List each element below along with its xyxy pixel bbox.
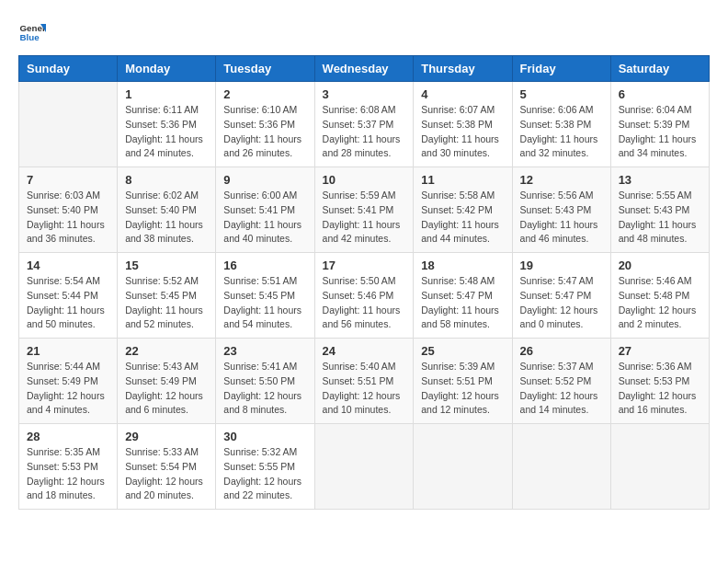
day-number: 9 [223,173,306,187]
day-detail: Sunrise: 5:55 AMSunset: 5:43 PMDaylight:… [619,189,701,247]
day-number: 22 [125,344,208,358]
weekday-header-row: SundayMondayTuesdayWednesdayThursdayFrid… [19,56,710,82]
day-detail: Sunrise: 5:52 AMSunset: 5:45 PMDaylight:… [125,274,208,332]
week-row-2: 7 Sunrise: 6:03 AMSunset: 5:40 PMDayligh… [19,167,710,253]
day-number: 7 [27,173,109,187]
day-number: 13 [619,173,701,187]
day-detail: Sunrise: 5:32 AMSunset: 5:55 PMDaylight:… [223,445,306,503]
day-number: 1 [125,87,208,101]
day-number: 26 [520,344,603,358]
day-number: 16 [223,259,306,272]
day-detail: Sunrise: 5:43 AMSunset: 5:49 PMDaylight:… [125,360,208,418]
day-detail: Sunrise: 6:10 AMSunset: 5:36 PMDaylight:… [223,103,306,161]
day-number: 2 [223,87,306,101]
day-number: 20 [619,259,701,272]
calendar-cell: 21 Sunrise: 5:44 AMSunset: 5:49 PMDaylig… [19,339,118,424]
day-number: 28 [27,430,109,443]
calendar-cell: 3 Sunrise: 6:08 AMSunset: 5:37 PMDayligh… [314,82,414,167]
calendar-cell [314,424,414,510]
calendar-cell: 23 Sunrise: 5:41 AMSunset: 5:50 PMDaylig… [216,339,314,424]
calendar-cell: 15 Sunrise: 5:52 AMSunset: 5:45 PMDaylig… [118,253,216,339]
day-detail: Sunrise: 5:48 AMSunset: 5:47 PMDaylight:… [421,274,504,332]
day-detail: Sunrise: 5:59 AMSunset: 5:41 PMDaylight:… [323,189,406,247]
calendar-cell [610,424,709,510]
day-number: 21 [27,344,109,358]
weekday-header-saturday: Saturday [610,56,709,82]
day-number: 17 [323,259,406,272]
calendar-cell: 30 Sunrise: 5:32 AMSunset: 5:55 PMDaylig… [216,424,314,510]
day-detail: Sunrise: 5:44 AMSunset: 5:49 PMDaylight:… [27,360,109,418]
day-number: 29 [125,430,208,443]
calendar-cell: 24 Sunrise: 5:40 AMSunset: 5:51 PMDaylig… [314,339,414,424]
day-detail: Sunrise: 6:02 AMSunset: 5:40 PMDaylight:… [125,189,208,247]
calendar-cell: 29 Sunrise: 5:33 AMSunset: 5:54 PMDaylig… [118,424,216,510]
logo: General Blue [18,18,46,46]
day-number: 12 [520,173,603,187]
day-number: 27 [619,344,701,358]
day-detail: Sunrise: 6:06 AMSunset: 5:38 PMDaylight:… [520,103,603,161]
day-detail: Sunrise: 6:04 AMSunset: 5:39 PMDaylight:… [619,103,701,161]
calendar-cell: 2 Sunrise: 6:10 AMSunset: 5:36 PMDayligh… [216,82,314,167]
week-row-4: 21 Sunrise: 5:44 AMSunset: 5:49 PMDaylig… [19,339,710,424]
day-detail: Sunrise: 5:50 AMSunset: 5:46 PMDaylight:… [323,274,406,332]
calendar-cell: 1 Sunrise: 6:11 AMSunset: 5:36 PMDayligh… [118,82,216,167]
calendar-cell: 16 Sunrise: 5:51 AMSunset: 5:45 PMDaylig… [216,253,314,339]
day-number: 19 [520,259,603,272]
calendar-cell: 12 Sunrise: 5:56 AMSunset: 5:43 PMDaylig… [512,167,610,253]
logo-icon: General Blue [18,18,46,46]
calendar: SundayMondayTuesdayWednesdayThursdayFrid… [18,55,710,510]
day-detail: Sunrise: 5:33 AMSunset: 5:54 PMDaylight:… [125,445,208,503]
day-number: 24 [323,344,406,358]
day-number: 5 [520,87,603,101]
calendar-cell: 10 Sunrise: 5:59 AMSunset: 5:41 PMDaylig… [314,167,414,253]
weekday-header-wednesday: Wednesday [314,56,414,82]
calendar-cell: 11 Sunrise: 5:58 AMSunset: 5:42 PMDaylig… [414,167,512,253]
calendar-cell: 6 Sunrise: 6:04 AMSunset: 5:39 PMDayligh… [610,82,709,167]
day-detail: Sunrise: 5:37 AMSunset: 5:52 PMDaylight:… [520,360,603,418]
calendar-cell: 7 Sunrise: 6:03 AMSunset: 5:40 PMDayligh… [19,167,118,253]
day-detail: Sunrise: 5:56 AMSunset: 5:43 PMDaylight:… [520,189,603,247]
weekday-header-sunday: Sunday [19,56,118,82]
calendar-cell: 8 Sunrise: 6:02 AMSunset: 5:40 PMDayligh… [118,167,216,253]
day-detail: Sunrise: 5:58 AMSunset: 5:42 PMDaylight:… [421,189,504,247]
weekday-header-tuesday: Tuesday [216,56,314,82]
header: General Blue [18,18,710,46]
day-detail: Sunrise: 6:03 AMSunset: 5:40 PMDaylight:… [27,189,109,247]
svg-text:Blue: Blue [20,32,40,42]
day-number: 15 [125,259,208,272]
calendar-cell: 28 Sunrise: 5:35 AMSunset: 5:53 PMDaylig… [19,424,118,510]
calendar-cell [19,82,118,167]
weekday-header-thursday: Thursday [414,56,512,82]
calendar-cell: 20 Sunrise: 5:46 AMSunset: 5:48 PMDaylig… [610,253,709,339]
day-detail: Sunrise: 5:54 AMSunset: 5:44 PMDaylight:… [27,274,109,332]
day-number: 6 [619,87,701,101]
day-detail: Sunrise: 5:35 AMSunset: 5:53 PMDaylight:… [27,445,109,503]
day-detail: Sunrise: 6:07 AMSunset: 5:38 PMDaylight:… [421,103,504,161]
day-number: 25 [421,344,504,358]
calendar-cell: 14 Sunrise: 5:54 AMSunset: 5:44 PMDaylig… [19,253,118,339]
calendar-cell: 17 Sunrise: 5:50 AMSunset: 5:46 PMDaylig… [314,253,414,339]
weekday-header-friday: Friday [512,56,610,82]
day-number: 10 [323,173,406,187]
day-detail: Sunrise: 5:39 AMSunset: 5:51 PMDaylight:… [421,360,504,418]
calendar-cell: 9 Sunrise: 6:00 AMSunset: 5:41 PMDayligh… [216,167,314,253]
week-row-3: 14 Sunrise: 5:54 AMSunset: 5:44 PMDaylig… [19,253,710,339]
day-detail: Sunrise: 6:08 AMSunset: 5:37 PMDaylight:… [323,103,406,161]
week-row-5: 28 Sunrise: 5:35 AMSunset: 5:53 PMDaylig… [19,424,710,510]
weekday-header-monday: Monday [118,56,216,82]
calendar-cell [414,424,512,510]
day-detail: Sunrise: 5:47 AMSunset: 5:47 PMDaylight:… [520,274,603,332]
day-detail: Sunrise: 6:11 AMSunset: 5:36 PMDaylight:… [125,103,208,161]
calendar-cell: 26 Sunrise: 5:37 AMSunset: 5:52 PMDaylig… [512,339,610,424]
calendar-cell: 18 Sunrise: 5:48 AMSunset: 5:47 PMDaylig… [414,253,512,339]
day-detail: Sunrise: 5:51 AMSunset: 5:45 PMDaylight:… [223,274,306,332]
day-detail: Sunrise: 5:40 AMSunset: 5:51 PMDaylight:… [323,360,406,418]
day-number: 8 [125,173,208,187]
day-detail: Sunrise: 6:00 AMSunset: 5:41 PMDaylight:… [223,189,306,247]
day-detail: Sunrise: 5:41 AMSunset: 5:50 PMDaylight:… [223,360,306,418]
calendar-cell: 25 Sunrise: 5:39 AMSunset: 5:51 PMDaylig… [414,339,512,424]
day-number: 23 [223,344,306,358]
day-number: 11 [421,173,504,187]
calendar-cell: 22 Sunrise: 5:43 AMSunset: 5:49 PMDaylig… [118,339,216,424]
day-number: 18 [421,259,504,272]
